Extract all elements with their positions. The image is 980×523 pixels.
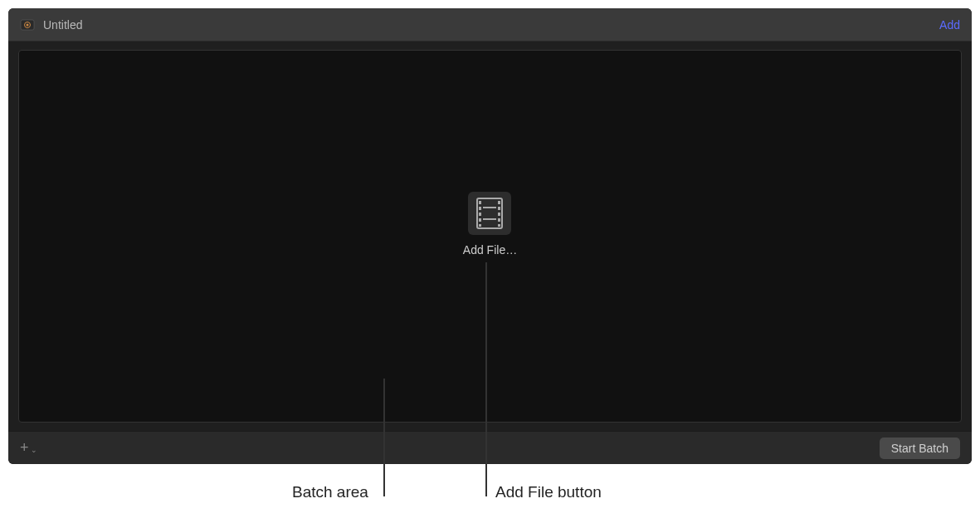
start-batch-button[interactable]: Start Batch (880, 437, 960, 459)
callout-label-batch-area: Batch area (292, 483, 368, 501)
callout-line-batch-area (383, 379, 385, 496)
add-file-button[interactable]: Add File… (463, 192, 517, 257)
add-file-label: Add File… (463, 243, 517, 257)
app-window: Untitled Add (8, 8, 972, 464)
film-icon (475, 197, 504, 230)
callout-label-add-file: Add File button (495, 483, 602, 501)
svg-rect-9 (498, 201, 500, 204)
add-menu-button[interactable]: + ⌄ (20, 439, 37, 457)
header-bar: Untitled Add (8, 8, 972, 42)
footer-bar: + ⌄ Start Batch (8, 431, 972, 464)
compressor-app-icon (20, 17, 35, 32)
chevron-down-icon: ⌄ (31, 446, 37, 454)
add-link[interactable]: Add (939, 18, 960, 32)
svg-rect-8 (479, 224, 481, 227)
callout-line-add-file (485, 262, 487, 496)
svg-rect-5 (479, 207, 481, 210)
svg-rect-4 (479, 201, 481, 204)
document-title: Untitled (43, 18, 82, 32)
svg-rect-7 (479, 218, 481, 222)
plus-icon: + (20, 439, 29, 457)
svg-rect-6 (479, 213, 481, 216)
svg-rect-13 (498, 224, 500, 227)
svg-rect-12 (498, 218, 500, 222)
svg-rect-10 (498, 207, 500, 210)
svg-point-2 (27, 23, 29, 26)
film-icon-box (468, 192, 511, 235)
svg-rect-11 (498, 213, 500, 216)
header-left: Untitled (20, 17, 82, 32)
batch-area[interactable]: Add File… (18, 50, 962, 423)
